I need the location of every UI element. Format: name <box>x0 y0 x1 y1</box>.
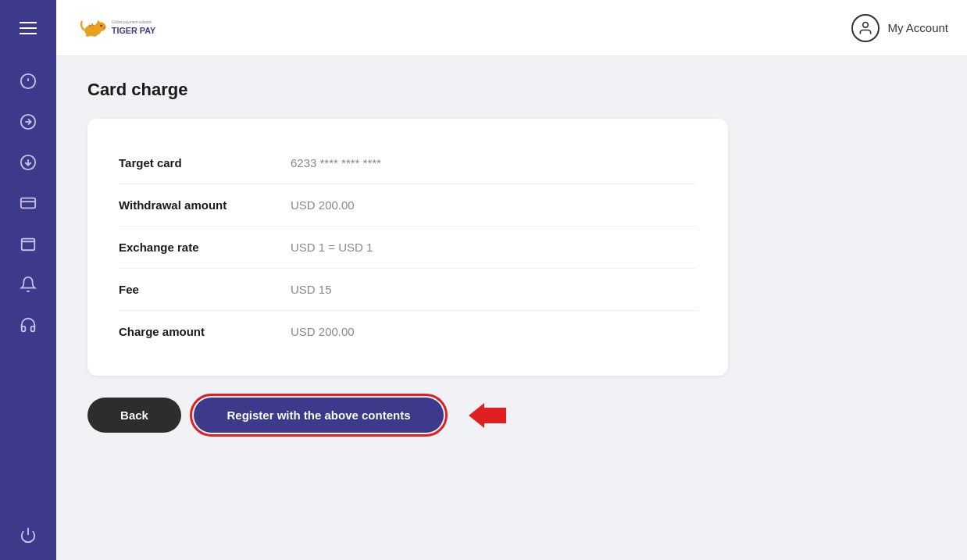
svg-point-21 <box>863 22 869 27</box>
info-row: Target card6233 **** **** **** <box>119 142 697 184</box>
svg-text:TIGER PAY: TIGER PAY <box>112 26 156 35</box>
svg-marker-22 <box>469 403 506 428</box>
sidebar-item-power[interactable] <box>11 518 45 552</box>
header: Global payment solution TIGER PAY My Acc… <box>56 0 967 56</box>
svg-rect-7 <box>21 198 35 209</box>
info-row: Exchange rateUSD 1 = USD 1 <box>119 226 697 269</box>
info-row: Charge amountUSD 200.00 <box>119 311 697 352</box>
sidebar-icons <box>11 56 45 560</box>
info-value: USD 200.00 <box>291 198 355 212</box>
info-value: USD 200.00 <box>291 325 355 338</box>
svg-point-11 <box>95 22 105 31</box>
sidebar-item-dashboard[interactable] <box>11 64 45 98</box>
sidebar-item-card[interactable] <box>11 186 45 220</box>
sidebar-item-wallet[interactable] <box>11 226 45 261</box>
svg-point-18 <box>92 34 97 37</box>
register-button-wrapper: Register with the above contents <box>194 398 444 433</box>
account-label: My Account <box>887 21 948 34</box>
svg-point-16 <box>102 27 105 28</box>
info-label: Target card <box>119 156 291 169</box>
info-label: Withdrawal amount <box>119 198 291 212</box>
page-title: Card charge <box>87 80 936 100</box>
sidebar-item-transfer-out[interactable] <box>11 105 45 139</box>
svg-text:Global payment solution: Global payment solution <box>112 20 152 24</box>
sidebar-item-transfer-in[interactable] <box>11 145 45 180</box>
back-button[interactable]: Back <box>87 398 181 433</box>
info-label: Charge amount <box>119 325 291 338</box>
buttons-area: Back Register with the above contents <box>87 398 728 433</box>
account-icon <box>851 14 880 42</box>
sidebar <box>0 0 56 560</box>
info-value: USD 1 = USD 1 <box>291 241 373 254</box>
info-label: Fee <box>119 283 291 296</box>
logo-area: Global payment solution TIGER PAY <box>75 9 169 48</box>
info-label: Exchange rate <box>119 241 291 254</box>
sidebar-item-notification[interactable] <box>11 267 45 301</box>
svg-marker-14 <box>97 20 101 23</box>
main-area: Global payment solution TIGER PAY My Acc… <box>56 0 967 560</box>
info-row: FeeUSD 15 <box>119 269 697 311</box>
hamburger-button[interactable] <box>0 0 56 56</box>
info-value: USD 15 <box>291 283 332 296</box>
info-row: Withdrawal amountUSD 200.00 <box>119 184 697 226</box>
card-charge-details: Target card6233 **** **** ****Withdrawal… <box>87 119 728 376</box>
sidebar-item-support[interactable] <box>11 308 45 342</box>
account-menu[interactable]: My Account <box>851 14 948 42</box>
logo-image: Global payment solution TIGER PAY <box>75 9 169 48</box>
hamburger-icon <box>20 22 37 34</box>
svg-point-15 <box>100 24 102 26</box>
content-area: Card charge Target card6233 **** **** **… <box>56 56 967 560</box>
info-value: 6233 **** **** **** <box>291 156 381 169</box>
register-button[interactable]: Register with the above contents <box>194 398 444 433</box>
arrow-indicator <box>469 403 506 428</box>
svg-point-17 <box>86 34 91 37</box>
